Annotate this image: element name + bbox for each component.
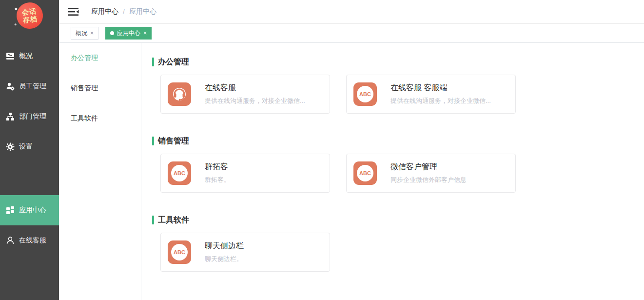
tab-app-center[interactable]: 应用中心 × bbox=[105, 27, 152, 40]
app-root: 会话存档 概况 员工管理 部门管理 bbox=[0, 0, 644, 300]
section-accent-bar bbox=[152, 216, 154, 224]
app-card-title: 群拓客 bbox=[205, 162, 230, 172]
sidebar-item-label: 部门管理 bbox=[19, 112, 46, 121]
section-sales: 销售管理 ABC 群拓客 群拓客。 bbox=[152, 137, 634, 193]
sidebar-item-app-center[interactable]: 应用中心 bbox=[0, 195, 59, 225]
employee-icon bbox=[6, 82, 15, 91]
tab-label: 应用中心 bbox=[117, 29, 140, 38]
sidebar-item-settings[interactable]: 设置 bbox=[0, 132, 59, 162]
section-title: 工具软件 bbox=[152, 216, 634, 224]
app-card-title: 在线客服 客服端 bbox=[390, 83, 491, 93]
app-card-desc: 群拓客。 bbox=[205, 176, 230, 184]
app-card-text: 在线客服 客服端 提供在线沟通服务，对接企业微信... bbox=[390, 83, 497, 105]
breadcrumb-item-current: 应用中心 bbox=[129, 7, 156, 16]
app-logo: 会话存档 bbox=[15, 1, 44, 30]
app-list: 办公管理 在线客服 提供在线沟通服务，对接企业微信... bbox=[141, 43, 644, 300]
card-row: ABC 聊天侧边栏 聊天侧边栏。 bbox=[160, 233, 634, 272]
abc-app-icon: ABC bbox=[353, 161, 377, 185]
chart-icon bbox=[6, 52, 15, 60]
app-card-desc: 聊天侧边栏。 bbox=[205, 255, 244, 263]
tab-label: 概况 bbox=[76, 29, 87, 38]
app-card-text: 聊天侧边栏 聊天侧边栏。 bbox=[205, 241, 250, 263]
category-item-tools[interactable]: 工具软件 bbox=[59, 103, 141, 134]
app-card-group-acquisition[interactable]: ABC 群拓客 群拓客。 bbox=[160, 154, 330, 193]
category-item-office[interactable]: 办公管理 bbox=[59, 43, 141, 73]
section-accent-bar bbox=[152, 58, 154, 66]
abc-app-icon: ABC bbox=[168, 240, 191, 264]
logo-sparkle-dot bbox=[14, 23, 16, 25]
department-icon bbox=[6, 112, 15, 121]
sidebar-item-departments[interactable]: 部门管理 bbox=[0, 101, 59, 132]
close-icon[interactable]: × bbox=[90, 30, 94, 36]
section-title: 办公管理 bbox=[152, 58, 634, 66]
apps-icon bbox=[6, 206, 15, 215]
main-column: 应用中心 / 应用中心 概况 × 应用中心 × 办公管理 销售管理 工具软件 bbox=[59, 0, 644, 300]
sidebar-spacer bbox=[0, 162, 59, 195]
category-item-sales[interactable]: 销售管理 bbox=[59, 73, 141, 103]
app-card-title: 聊天侧边栏 bbox=[205, 241, 244, 251]
breadcrumb: 应用中心 / 应用中心 bbox=[91, 7, 156, 16]
sidebar-item-online-service[interactable]: 在线客服 bbox=[0, 225, 59, 256]
section-title: 销售管理 bbox=[152, 137, 634, 145]
section-accent-bar bbox=[152, 137, 154, 145]
tags-view-bar: 概况 × 应用中心 × bbox=[59, 24, 644, 43]
main-sidebar: 会话存档 概况 员工管理 部门管理 bbox=[0, 0, 59, 300]
customer-service-icon bbox=[6, 236, 15, 245]
close-icon[interactable]: × bbox=[143, 30, 147, 36]
app-card-desc: 提供在线沟通服务，对接企业微信... bbox=[205, 97, 305, 105]
sidebar-item-label: 设置 bbox=[19, 142, 33, 151]
section-tools: 工具软件 ABC 聊天侧边栏 聊天侧边栏。 bbox=[152, 216, 634, 272]
logo-sparkle-dot bbox=[15, 8, 17, 10]
sidebar-item-overview[interactable]: 概况 bbox=[0, 41, 59, 71]
sidebar-item-label: 应用中心 bbox=[19, 206, 46, 215]
headset-app-icon bbox=[168, 82, 191, 106]
card-row: 在线客服 提供在线沟通服务，对接企业微信... ABC 在线客服 客服端 提供在… bbox=[160, 75, 634, 114]
sidebar-item-label: 员工管理 bbox=[19, 82, 46, 91]
tab-overview[interactable]: 概况 × bbox=[71, 27, 98, 40]
app-card-online-service-agent[interactable]: ABC 在线客服 客服端 提供在线沟通服务，对接企业微信... bbox=[346, 75, 516, 114]
active-tab-dot bbox=[110, 31, 114, 35]
logo-text: 会话存档 bbox=[21, 7, 38, 24]
card-row: ABC 群拓客 群拓客。 ABC 微信客 bbox=[160, 154, 634, 193]
app-card-text: 群拓客 群拓客。 bbox=[205, 162, 236, 184]
top-bar: 应用中心 / 应用中心 bbox=[59, 0, 644, 24]
app-card-title: 在线客服 bbox=[205, 83, 305, 93]
app-card-title: 微信客户管理 bbox=[390, 162, 467, 172]
sidebar-item-label: 概况 bbox=[19, 52, 33, 60]
category-sidebar: 办公管理 销售管理 工具软件 bbox=[59, 43, 141, 300]
app-card-desc: 提供在线沟通服务，对接企业微信... bbox=[390, 97, 491, 105]
sidebar-nav: 概况 员工管理 部门管理 设置 bbox=[0, 41, 59, 256]
section-office: 办公管理 在线客服 提供在线沟通服务，对接企业微信... bbox=[152, 58, 634, 114]
app-card-wechat-customers[interactable]: ABC 微信客户管理 同步企业微信外部客户信息 bbox=[346, 154, 516, 193]
app-card-text: 微信客户管理 同步企业微信外部客户信息 bbox=[390, 162, 472, 184]
abc-app-icon: ABC bbox=[353, 82, 377, 106]
sidebar-item-label: 在线客服 bbox=[19, 236, 46, 245]
abc-app-icon: ABC bbox=[168, 161, 191, 185]
app-card-desc: 同步企业微信外部客户信息 bbox=[390, 176, 467, 184]
app-card-chat-sidebar[interactable]: ABC 聊天侧边栏 聊天侧边栏。 bbox=[160, 233, 330, 272]
gear-icon bbox=[6, 142, 15, 151]
app-card-text: 在线客服 提供在线沟通服务，对接企业微信... bbox=[205, 83, 311, 105]
breadcrumb-item[interactable]: 应用中心 bbox=[91, 7, 118, 16]
content-area: 办公管理 销售管理 工具软件 办公管理 bbox=[59, 43, 644, 300]
breadcrumb-separator: / bbox=[123, 8, 125, 16]
sidebar-item-employees[interactable]: 员工管理 bbox=[0, 71, 59, 101]
app-card-online-service[interactable]: 在线客服 提供在线沟通服务，对接企业微信... bbox=[160, 75, 330, 114]
collapse-sidebar-icon[interactable] bbox=[68, 7, 79, 16]
